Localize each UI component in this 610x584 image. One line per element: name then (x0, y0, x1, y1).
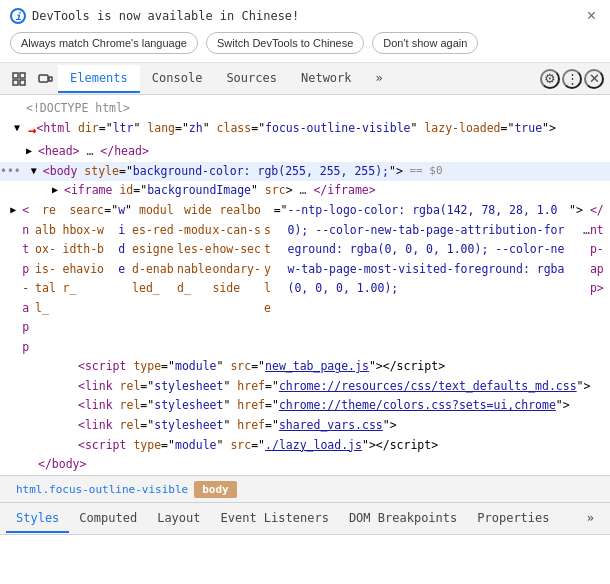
svg-rect-0 (13, 73, 18, 78)
tab-more[interactable]: » (364, 65, 395, 93)
switch-chinese-button[interactable]: Switch DevTools to Chinese (206, 32, 364, 54)
tree-line-script2[interactable]: <script type="module" src="./lazy_load.j… (0, 436, 610, 456)
bottom-tab-styles[interactable]: Styles (6, 505, 69, 533)
tab-console[interactable]: Console (140, 65, 215, 93)
notification-title-row: i DevTools is now available in Chinese! … (10, 8, 600, 24)
tree-line-link2[interactable]: <link rel="stylesheet" href="chrome://th… (0, 396, 610, 416)
notification-bar: i DevTools is now available in Chinese! … (0, 0, 610, 63)
tree-line-iframe[interactable]: <iframe id="backgroundImage" src> … </if… (0, 181, 610, 201)
dont-show-button[interactable]: Don't show again (372, 32, 478, 54)
match-language-button[interactable]: Always match Chrome's language (10, 32, 198, 54)
breadcrumb-bar: html.focus-outline-visible body (0, 475, 610, 503)
bottom-tab-layout[interactable]: Layout (147, 505, 210, 533)
svg-rect-5 (49, 77, 52, 81)
bottom-tabs-bar: Styles Computed Layout Event Listeners D… (0, 503, 610, 535)
tree-line-body[interactable]: ••• <body style="background-color: rgb(2… (0, 162, 610, 182)
svg-rect-2 (13, 80, 18, 85)
select-element-icon[interactable] (6, 67, 32, 91)
device-toolbar-icon[interactable] (32, 67, 58, 91)
tree-line-head[interactable]: <head> … </head> (0, 142, 610, 162)
breadcrumb-html[interactable]: html.focus-outline-visible (10, 481, 194, 498)
more-options-icon[interactable]: ⋮ (562, 69, 582, 89)
tree-line-script1[interactable]: <script type="module" src="new_tab_page.… (0, 357, 610, 377)
red-arrow-indicator: → (28, 119, 36, 143)
tree-line-ntp-app[interactable]: <ntp-app realbox-is-tall_ searchbox-widt… (0, 201, 610, 357)
bottom-tab-more[interactable]: » (577, 505, 604, 533)
arrow-body[interactable] (31, 162, 43, 179)
tree-line-link3[interactable]: <link rel="stylesheet" href="shared_vars… (0, 416, 610, 436)
bottom-tab-properties[interactable]: Properties (467, 505, 559, 533)
tree-line-close-body: </body> (0, 455, 610, 475)
arrow-html[interactable] (14, 119, 26, 136)
bottom-tab-computed[interactable]: Computed (69, 505, 147, 533)
html-tree-panel[interactable]: <!DOCTYPE html> → <html dir="ltr" lang="… (0, 95, 610, 475)
svg-rect-4 (39, 75, 48, 82)
bottom-tab-event-listeners[interactable]: Event Listeners (211, 505, 339, 533)
close-notification-button[interactable]: × (583, 8, 600, 24)
svg-rect-1 (20, 73, 25, 78)
settings-icon[interactable]: ⚙ (540, 69, 560, 89)
notification-buttons: Always match Chrome's language Switch De… (10, 32, 600, 54)
bottom-tab-dom-breakpoints[interactable]: DOM Breakpoints (339, 505, 467, 533)
tab-elements[interactable]: Elements (58, 65, 140, 93)
tree-line-doctype: <!DOCTYPE html> (0, 99, 610, 119)
tree-line-link1[interactable]: <link rel="stylesheet" href="chrome://re… (0, 377, 610, 397)
breadcrumb-body[interactable]: body (194, 481, 237, 498)
devtools-right-icons: ⚙ ⋮ ✕ (540, 69, 604, 89)
tab-sources[interactable]: Sources (214, 65, 289, 93)
arrow-head[interactable] (26, 142, 38, 159)
tab-network[interactable]: Network (289, 65, 364, 93)
arrow-ntp[interactable] (10, 201, 22, 218)
notification-text: DevTools is now available in Chinese! (32, 9, 299, 23)
tree-line-html[interactable]: → <html dir="ltr" lang="zh" class="focus… (0, 119, 610, 143)
info-icon: i (10, 8, 26, 24)
close-devtools-icon[interactable]: ✕ (584, 69, 604, 89)
devtools-tabs-bar: Elements Console Sources Network » ⚙ ⋮ ✕ (0, 63, 610, 95)
arrow-iframe[interactable] (52, 181, 64, 198)
svg-rect-3 (20, 80, 25, 85)
